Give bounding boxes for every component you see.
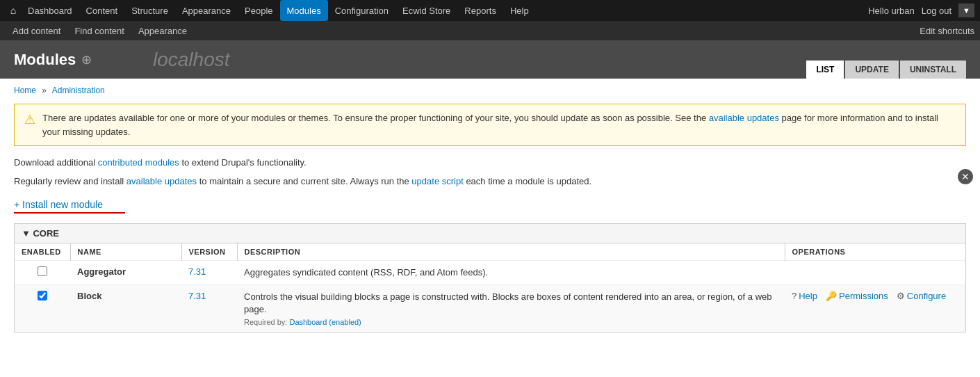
warning-text-before: There are updates available for one or m… bbox=[42, 113, 709, 123]
info-line-2: Regularly review and install available u… bbox=[14, 175, 966, 189]
core-section-header[interactable]: ▼ CORE bbox=[15, 224, 965, 243]
warning-icon: ⚠ bbox=[24, 112, 35, 127]
nav-item-dashboard[interactable]: Dashboard bbox=[21, 0, 79, 21]
desc-text-aggregator: Aggregates syndicated content (RSS, RDF,… bbox=[244, 267, 488, 278]
core-section: ▼ CORE ENABLED NAME VERSION DESCRIPTION … bbox=[14, 223, 966, 333]
main-content: Home » Administration ⚠ There are update… bbox=[0, 79, 980, 346]
nav-items: Dashboard Content Structure Appearance P… bbox=[21, 0, 868, 21]
desc-text-block: Controls the visual building blocks a pa… bbox=[244, 291, 772, 314]
tab-update[interactable]: UPDATE bbox=[845, 61, 898, 79]
col-header-version: VERSION bbox=[181, 243, 237, 261]
module-name-aggregator: Aggregator bbox=[77, 266, 126, 277]
desc-cell-aggregator: Aggregates syndicated content (RSS, RDF,… bbox=[237, 260, 785, 284]
permissions-label: Permissions bbox=[839, 291, 888, 301]
close-button[interactable]: ✕ bbox=[958, 169, 973, 184]
enabled-checkbox-aggregator[interactable] bbox=[38, 266, 47, 276]
page-header: Modules ⊕ localhost LIST UPDATE UNINSTAL… bbox=[0, 40, 980, 79]
home-icon[interactable]: ⌂ bbox=[6, 3, 21, 18]
info-line-1: Download additional contributed modules … bbox=[14, 156, 966, 170]
dropdown-button[interactable]: ▼ bbox=[958, 3, 974, 17]
user-section: Hello urban Log out ▼ bbox=[868, 3, 974, 17]
breadcrumb-separator: » bbox=[42, 86, 47, 95]
table-row: Block 7.31 Controls the visual building … bbox=[15, 284, 965, 332]
version-cell-block: 7.31 bbox=[181, 284, 237, 332]
nav-item-help[interactable]: Help bbox=[503, 0, 536, 21]
tab-uninstall[interactable]: UNINSTALL bbox=[900, 61, 966, 79]
permissions-icon: 🔑 bbox=[826, 291, 837, 301]
contributed-modules-link[interactable]: contributed modules bbox=[98, 157, 179, 168]
configure-label: Configure bbox=[907, 291, 946, 301]
col-header-name: NAME bbox=[70, 243, 181, 261]
col-header-enabled: ENABLED bbox=[15, 243, 70, 261]
breadcrumb-administration[interactable]: Administration bbox=[52, 86, 105, 95]
required-by-block: Required by: Dashboard (enabled) bbox=[244, 318, 778, 326]
nav-item-ecwid[interactable]: Ecwid Store bbox=[395, 0, 457, 21]
logout-link[interactable]: Log out bbox=[922, 6, 952, 16]
install-new-module-link[interactable]: + Install new module bbox=[14, 199, 103, 210]
install-link-label: Install new module bbox=[22, 199, 103, 210]
sec-item-appearance[interactable]: Appearance bbox=[131, 21, 194, 40]
nav-item-reports[interactable]: Reports bbox=[457, 0, 503, 21]
enabled-cell-block bbox=[15, 284, 70, 332]
secondary-nav: Add content Find content Appearance Edit… bbox=[0, 21, 980, 40]
warning-text: There are updates available for one or m… bbox=[42, 111, 956, 138]
warning-link-available-updates[interactable]: available updates bbox=[709, 113, 779, 123]
breadcrumb-home[interactable]: Home bbox=[14, 86, 36, 95]
nav-item-people[interactable]: People bbox=[238, 0, 279, 21]
nav-item-content[interactable]: Content bbox=[79, 0, 125, 21]
add-module-icon[interactable]: ⊕ bbox=[81, 52, 92, 67]
help-button-block[interactable]: ? Help bbox=[792, 291, 817, 301]
enabled-cell-aggregator bbox=[15, 260, 70, 284]
core-header-label: ▼ CORE bbox=[22, 228, 59, 239]
table-header-row: ENABLED NAME VERSION DESCRIPTION OPERATI… bbox=[15, 243, 965, 261]
localhost-label: localhost bbox=[153, 49, 230, 71]
info-line1-after: to extend Drupal's functionality. bbox=[179, 157, 307, 168]
nav-item-appearance[interactable]: Appearance bbox=[175, 0, 238, 21]
help-label: Help bbox=[799, 291, 817, 301]
col-header-description: DESCRIPTION bbox=[237, 243, 785, 261]
top-nav: ⌂ Dashboard Content Structure Appearance… bbox=[0, 0, 980, 21]
page-title: Modules bbox=[14, 51, 76, 69]
module-name-block: Block bbox=[77, 291, 101, 301]
help-icon: ? bbox=[792, 291, 797, 301]
available-updates-link[interactable]: available updates bbox=[126, 176, 197, 186]
warning-box: ⚠ There are updates available for one or… bbox=[14, 104, 966, 146]
name-cell-block: Block bbox=[70, 284, 181, 332]
required-by-dashboard-link[interactable]: Dashboard (enabled) bbox=[289, 318, 361, 326]
nav-item-configuration[interactable]: Configuration bbox=[328, 0, 395, 21]
breadcrumb: Home » Administration bbox=[14, 86, 966, 95]
permissions-button-block[interactable]: 🔑 Permissions bbox=[826, 291, 888, 301]
info-line2-before: Regularly review and install bbox=[14, 176, 126, 186]
sec-item-find-content[interactable]: Find content bbox=[67, 21, 131, 40]
info-line2-middle: to maintain a secure and current site. A… bbox=[197, 176, 411, 186]
modules-table: ENABLED NAME VERSION DESCRIPTION OPERATI… bbox=[15, 243, 965, 332]
install-link-section: + Install new module bbox=[14, 199, 966, 214]
desc-cell-block: Controls the visual building blocks a pa… bbox=[237, 284, 785, 332]
sec-item-add-content[interactable]: Add content bbox=[6, 21, 67, 40]
edit-shortcuts-link[interactable]: Edit shortcuts bbox=[920, 26, 974, 36]
enabled-checkbox-block[interactable] bbox=[38, 291, 47, 300]
page-title-section: Modules ⊕ bbox=[14, 51, 92, 69]
version-link-aggregator[interactable]: 7.31 bbox=[188, 266, 206, 277]
configure-button-block[interactable]: ⚙ Configure bbox=[897, 291, 946, 301]
ops-cell-block: ? Help 🔑 Permissions ⚙ Configure bbox=[785, 284, 965, 332]
ops-cell-aggregator bbox=[785, 260, 965, 284]
tab-list[interactable]: LIST bbox=[806, 61, 844, 79]
configure-icon: ⚙ bbox=[897, 291, 905, 301]
name-cell-aggregator: Aggregator bbox=[70, 260, 181, 284]
table-row: Aggregator 7.31 Aggregates syndicated co… bbox=[15, 260, 965, 284]
version-link-block[interactable]: 7.31 bbox=[188, 291, 206, 301]
update-script-link[interactable]: update script bbox=[411, 176, 463, 186]
info-line1-before: Download additional bbox=[14, 157, 98, 168]
nav-item-structure[interactable]: Structure bbox=[124, 0, 175, 21]
site-logo-area: localhost bbox=[153, 40, 230, 79]
tab-buttons: LIST UPDATE UNINSTALL bbox=[806, 61, 966, 79]
info-line2-after: each time a module is updated. bbox=[464, 176, 591, 186]
op-buttons-block: ? Help 🔑 Permissions ⚙ Configure bbox=[792, 291, 958, 301]
install-link-prefix: + bbox=[14, 199, 22, 210]
nav-item-modules[interactable]: Modules bbox=[280, 0, 328, 21]
version-cell-aggregator: 7.31 bbox=[181, 260, 237, 284]
col-header-operations: OPERATIONS bbox=[785, 243, 965, 261]
hello-user-label: Hello urban bbox=[868, 6, 915, 16]
install-link-underline bbox=[14, 212, 125, 214]
